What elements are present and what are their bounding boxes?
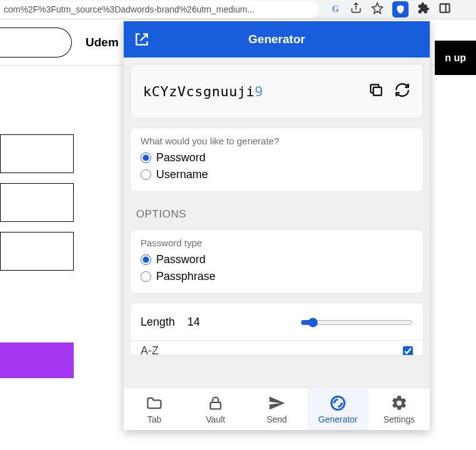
length-card: Length 14 (130, 302, 424, 341)
tab-generator[interactable]: Generator (307, 388, 369, 430)
radio-password[interactable]: Password (141, 151, 413, 164)
tab-send[interactable]: Send (246, 388, 307, 430)
generate-type-card: What would you like to generate? Passwor… (130, 128, 424, 192)
star-icon[interactable] (371, 2, 384, 17)
form-field-1[interactable] (0, 134, 74, 173)
password-type-card: Password type Password Passphrase (130, 229, 424, 294)
extensions-icon[interactable] (417, 2, 430, 17)
radio-pw-type-passphrase[interactable]: Passphrase (141, 270, 413, 283)
form-field-3[interactable] (0, 232, 74, 271)
tab-tab[interactable]: Tab (124, 388, 185, 430)
length-value: 14 (187, 316, 200, 329)
svg-rect-0 (440, 4, 450, 12)
popout-icon[interactable] (134, 31, 150, 50)
search-pill[interactable] (0, 28, 72, 58)
google-icon[interactable]: G (330, 4, 341, 15)
regenerate-icon[interactable] (394, 82, 410, 101)
copy-icon[interactable] (368, 82, 384, 101)
radio-pw-type-password[interactable]: Password (141, 253, 413, 266)
bitwarden-popup: Generator kCYzVcsgnuuji9 What would you … (124, 21, 430, 430)
signup-button[interactable]: n up (435, 41, 476, 75)
form-field-2[interactable] (0, 183, 74, 222)
password-type-label: Password type (141, 238, 413, 248)
bottom-tabs: Tab Vault Send Generator Settings (124, 388, 430, 430)
submit-button[interactable] (0, 342, 74, 378)
generate-question: What would you like to generate? (141, 136, 413, 146)
tab-settings[interactable]: Settings (369, 388, 430, 430)
bitwarden-extension-icon[interactable] (392, 1, 409, 18)
generated-password: kCYzVcsgnuuji9 (143, 84, 263, 99)
popup-title: Generator (249, 32, 305, 46)
tab-vault[interactable]: Vault (185, 388, 246, 430)
share-icon[interactable] (350, 2, 362, 17)
uppercase-row: A-Z (130, 341, 424, 356)
length-label: Length (141, 316, 175, 329)
omnibox[interactable]: com%2F%3Futm_source%3Dadwords-brand%26ut… (0, 1, 319, 18)
svg-rect-2 (374, 88, 382, 96)
options-label: OPTIONS (136, 208, 424, 221)
popup-header: Generator (124, 21, 430, 58)
length-slider[interactable] (300, 318, 413, 328)
uppercase-checkbox[interactable] (403, 346, 413, 356)
svg-rect-3 (211, 402, 221, 409)
url-text: com%2F%3Futm_source%3Dadwords-brand%26ut… (4, 4, 255, 14)
radio-username[interactable]: Username (141, 168, 413, 181)
brand-text: Udem (86, 36, 119, 49)
uppercase-label: A-Z (141, 344, 159, 356)
generated-output: kCYzVcsgnuuji9 (130, 64, 424, 119)
sidepanel-icon[interactable] (439, 2, 451, 17)
